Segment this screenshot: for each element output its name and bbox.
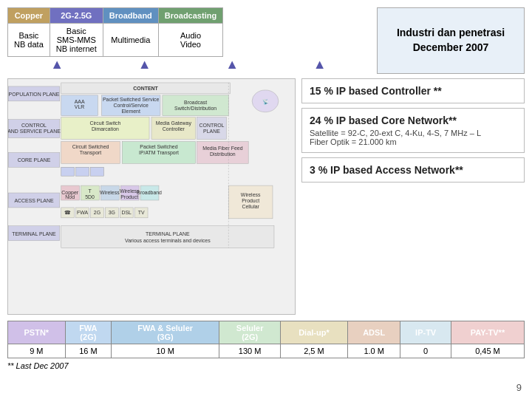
col-paytv: PAY-TV**: [451, 321, 524, 344]
val-iptv: 0: [400, 344, 451, 358]
col-broadband: Broadband: [103, 8, 158, 24]
svg-text:Cellular: Cellular: [242, 204, 259, 209]
svg-text:3G: 3G: [109, 210, 115, 215]
svg-text:VLR: VLR: [75, 104, 85, 109]
svg-text:Controller: Controller: [163, 126, 185, 132]
svg-text:Circuit Switched: Circuit Switched: [72, 144, 109, 149]
stat-access-main: 3 % IP based Access Network**: [310, 164, 516, 176]
svg-text:T: T: [88, 188, 92, 194]
col-2g: 2G-2.5G: [50, 8, 103, 24]
svg-text:Packet Switched Service: Packet Switched Service: [103, 97, 159, 102]
bottom-table: PSTN* FWA(2G) FWA & Seluler(3G) Seluler(…: [7, 321, 525, 358]
stat-core-sub: Satellite = 92-C, 20-ext C, 4-Ku, 4-S, 7…: [310, 129, 516, 146]
arrow-copper: ▲: [50, 57, 64, 72]
svg-text:IP/ATM Transport: IP/ATM Transport: [139, 150, 179, 156]
main-content-row: POPULATION PLANE CONTROL AND SERVICE PLA…: [7, 78, 525, 315]
header-row: Copper 2G-2.5G Broadband Broadcasting Ba…: [7, 7, 525, 74]
svg-text:📡: 📡: [262, 98, 269, 105]
svg-text:Media Gateway: Media Gateway: [156, 120, 192, 126]
svg-text:PLANE: PLANE: [203, 129, 220, 134]
bottom-table-container: PSTN* FWA(2G) FWA & Seluler(3G) Seluler(…: [7, 321, 525, 370]
val-pstn: 9 M: [8, 344, 66, 358]
col-fwa2g: FWA(2G): [65, 321, 111, 344]
svg-rect-43: [76, 167, 89, 176]
svg-text:Broadband: Broadband: [137, 190, 162, 195]
page-number: 9: [516, 382, 522, 393]
info-box: Industri dan penetrasi December 2007: [377, 7, 525, 74]
svg-text:CONTROL: CONTROL: [200, 123, 225, 128]
svg-text:AND SERVICE PLANE: AND SERVICE PLANE: [8, 129, 61, 134]
svg-text:CONTROL: CONTROL: [21, 123, 47, 128]
svg-text:POPULATION PLANE: POPULATION PLANE: [9, 92, 60, 97]
stat-controller-main: 15 % IP based Controller **: [310, 85, 516, 97]
header-table: Copper 2G-2.5G Broadband Broadcasting Ba…: [7, 7, 223, 57]
val-paytv: 0,45 M: [451, 344, 524, 358]
val-fwa3g: 10 M: [112, 344, 219, 358]
svg-text:FWA: FWA: [77, 210, 89, 215]
svg-text:2G: 2G: [94, 210, 100, 215]
svg-text:CORE PLANE: CORE PLANE: [18, 157, 51, 163]
svg-text:Nod: Nod: [65, 194, 75, 200]
svg-text:Broadcast: Broadcast: [184, 100, 207, 105]
col-broadcasting: Broadcasting: [158, 8, 222, 24]
svg-text:Product: Product: [120, 194, 138, 200]
svg-text:ACCESS PLANE: ACCESS PLANE: [14, 198, 54, 203]
svg-text:Product: Product: [242, 198, 259, 203]
svg-text:Dimarcation: Dimarcation: [92, 126, 119, 132]
val-adsl: 1.0 M: [347, 344, 400, 358]
svg-text:☎: ☎: [64, 210, 71, 215]
col-fwa3g: FWA & Seluler(3G): [112, 321, 219, 344]
header-table-wrapper: Copper 2G-2.5G Broadband Broadcasting Ba…: [7, 7, 369, 74]
diagram-svg: POPULATION PLANE CONTROL AND SERVICE PLA…: [8, 79, 295, 314]
col-seluler: Seluler(2G): [219, 321, 281, 344]
page-container: Copper 2G-2.5G Broadband Broadcasting Ba…: [0, 0, 532, 399]
svg-text:Various access terminals and d: Various access terminals and devices: [125, 238, 211, 243]
arrow-broadcasting: ▲: [313, 57, 327, 72]
svg-text:Transport: Transport: [80, 150, 102, 156]
network-diagram: POPULATION PLANE CONTROL AND SERVICE PLA…: [7, 78, 296, 315]
arrows-row: ▲ ▲ ▲ ▲: [7, 57, 369, 72]
sub-copper: BasicNB data: [8, 24, 50, 57]
svg-text:TV: TV: [138, 210, 145, 215]
val-dialup: 2,5 M: [281, 344, 348, 358]
sub-2g: BasicSMS-MMSNB internet: [50, 24, 103, 57]
stat-ip-access: 3 % IP based Access Network**: [301, 157, 525, 183]
svg-text:Control/Service: Control/Service: [113, 103, 149, 108]
svg-text:Packet Switched: Packet Switched: [140, 144, 177, 149]
stat-ip-controller: 15 % IP based Controller **: [301, 78, 525, 103]
svg-text:5D0: 5D0: [85, 194, 95, 200]
svg-text:TERMINAL PLANE: TERMINAL PLANE: [146, 231, 190, 236]
svg-text:Media Fiber Feed: Media Fiber Feed: [202, 146, 243, 151]
stat-core-main: 24 % IP based Core Network**: [310, 115, 516, 126]
svg-text:Distribution: Distribution: [210, 151, 236, 157]
info-title: Industri dan penetrasi December 2007: [383, 26, 518, 55]
col-adsl: ADSL: [347, 321, 400, 344]
col-iptv: IP-TV: [400, 321, 451, 344]
svg-rect-42: [61, 167, 75, 176]
svg-text:Wireless: Wireless: [241, 192, 261, 197]
sub-broadband: Multimedia: [103, 24, 158, 57]
svg-text:TERMINAL PLANE: TERMINAL PLANE: [12, 231, 56, 236]
val-seluler: 130 M: [219, 344, 281, 358]
col-copper: Copper: [8, 8, 50, 24]
arrow-broadband: ▲: [225, 57, 239, 72]
svg-text:Circuit Switch: Circuit Switch: [89, 120, 120, 126]
svg-text:Switch/Distribution: Switch/Distribution: [174, 106, 216, 111]
col-dialup: Dial-up*: [281, 321, 348, 344]
svg-text:Wireless: Wireless: [100, 190, 120, 195]
footer-note: ** Last Dec 2007: [7, 361, 525, 370]
svg-text:Element: Element: [121, 109, 140, 114]
svg-text:CONTENT: CONTENT: [133, 86, 158, 91]
val-fwa2g: 16 M: [65, 344, 111, 358]
svg-rect-44: [91, 167, 104, 176]
sub-broadcasting: AudioVideo: [158, 24, 222, 57]
svg-text:AAA: AAA: [75, 99, 85, 104]
stats-panel: 15 % IP based Controller ** 24 % IP base…: [301, 78, 525, 315]
stat-ip-core: 24 % IP based Core Network** Satellite =…: [301, 108, 525, 153]
arrow-2g: ▲: [138, 57, 151, 72]
svg-text:DSL: DSL: [121, 210, 132, 215]
col-pstn: PSTN*: [8, 321, 66, 344]
